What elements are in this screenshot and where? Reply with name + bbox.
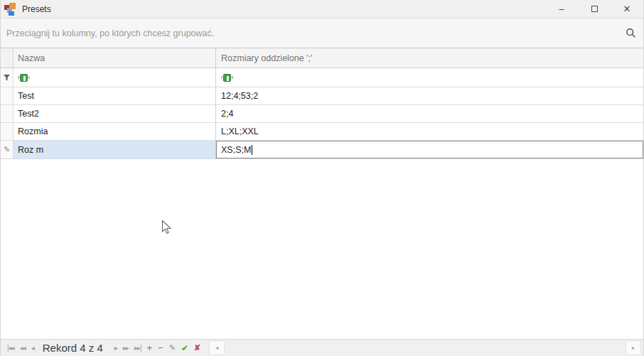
hscroll-right-button[interactable]: ▸: [626, 340, 641, 355]
nav-last-button[interactable]: ▸▸|: [132, 345, 144, 352]
auto-filter-icon: [221, 74, 233, 82]
text-caret: [252, 145, 252, 155]
minimize-button[interactable]: –: [545, 0, 578, 18]
nav-cancel-edit-button[interactable]: ✘: [191, 344, 203, 352]
grid-column-headers: Nazwa Rozmiary oddzielone ';': [1, 48, 643, 68]
group-by-panel[interactable]: Przeciągnij tu kolumny, po których chces…: [1, 18, 643, 48]
cell-rozmiary[interactable]: 2;4: [216, 105, 643, 122]
filter-cell-nazwa[interactable]: [14, 68, 216, 87]
nav-prev-button[interactable]: ◂: [28, 345, 37, 352]
presets-window: Presets – ✕ Przeciągnij tu kolumny, po k…: [0, 0, 644, 356]
scroll-left-icon: ◂: [215, 345, 218, 351]
cell-nazwa[interactable]: Test: [14, 87, 216, 104]
footer-bar: |◂◂ ◂◂ ◂ Rekord 4 z 4 ▸ ▸▸ ▸▸| + − ✎ ✔ ✘…: [1, 339, 643, 356]
nav-next-page-button[interactable]: ▸▸: [120, 345, 132, 352]
nav-next-button[interactable]: ▸: [112, 345, 120, 352]
close-icon: ✕: [623, 4, 631, 14]
table-row-editing: ✎ Roz m XS;S;M: [1, 141, 643, 159]
window-title: Presets: [22, 4, 51, 14]
group-by-hint: Przeciągnij tu kolumny, po których chces…: [6, 28, 214, 38]
table-row: Test2 2;4: [1, 105, 643, 123]
edit-pencil-icon: ✎: [4, 145, 10, 154]
nav-end-edit-button[interactable]: ✔: [178, 344, 191, 352]
hscroll-left-button[interactable]: ◂: [209, 340, 225, 355]
cell-nazwa[interactable]: Rozmia: [14, 123, 216, 140]
nav-remove-button[interactable]: −: [155, 343, 166, 352]
filter-cell-rozmiary[interactable]: [216, 68, 643, 87]
window-controls: – ✕: [545, 0, 643, 18]
cell-rozmiary[interactable]: 12;4;53;2: [216, 87, 643, 104]
nav-append-button[interactable]: +: [144, 343, 155, 352]
cell-rozmiary[interactable]: L;XL;XXL: [216, 123, 643, 140]
nav-prev-page-button[interactable]: ◂◂: [17, 345, 28, 352]
editor-text: XS;S;M: [221, 145, 251, 155]
scroll-right-icon: ▸: [632, 345, 635, 351]
cell-rozmiary-editing: XS;S;M: [216, 141, 643, 158]
table-row: Rozmia L;XL;XXL: [1, 123, 643, 141]
row-indicator: [1, 105, 14, 122]
cell-nazwa-selected[interactable]: Roz m: [14, 141, 216, 158]
filter-row-indicator: [1, 68, 14, 87]
cell-nazwa[interactable]: Test2: [14, 105, 216, 122]
grid-empty-area[interactable]: [1, 159, 643, 339]
auto-filter-icon: [18, 74, 30, 82]
indicator-header-cell: [1, 48, 14, 68]
minimize-icon: –: [559, 4, 564, 14]
maximize-button[interactable]: [578, 0, 611, 18]
close-button[interactable]: ✕: [611, 0, 643, 18]
table-row: Test 12;4;53;2: [1, 87, 643, 105]
app-icon: [4, 3, 17, 16]
sizes-editor-input[interactable]: XS;S;M: [216, 141, 643, 158]
filter-funnel-icon: [4, 75, 10, 81]
title-bar: Presets – ✕: [1, 0, 643, 18]
record-count-label: Rekord 4 z 4: [43, 342, 103, 354]
column-header-rozmiary[interactable]: Rozmiary oddzielone ';': [216, 48, 643, 68]
maximize-icon: [591, 6, 598, 12]
row-indicator: [1, 123, 14, 140]
search-icon: [626, 28, 636, 38]
edit-row-indicator: ✎: [1, 141, 14, 158]
row-indicator: [1, 87, 14, 104]
column-header-nazwa[interactable]: Nazwa: [14, 48, 216, 68]
nav-edit-button[interactable]: ✎: [166, 344, 178, 352]
nav-first-button[interactable]: |◂◂: [4, 345, 17, 352]
search-button[interactable]: [626, 28, 636, 38]
auto-filter-row: [1, 68, 643, 87]
